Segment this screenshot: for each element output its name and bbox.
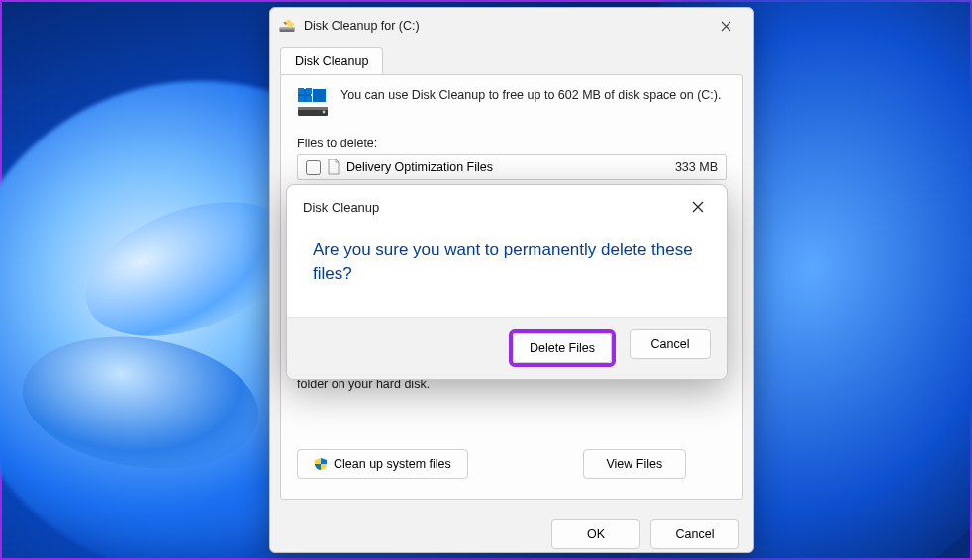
view-files-button[interactable]: View Files <box>583 449 686 479</box>
cleanup-system-files-label: Clean up system files <box>334 457 451 471</box>
files-listbox[interactable]: Delivery Optimization Files 333 MB <box>297 154 727 180</box>
titlebar[interactable]: Disk Cleanup for (C:) <box>270 8 753 44</box>
file-checkbox[interactable] <box>306 160 321 175</box>
highlight-delete: Delete Files <box>509 329 616 367</box>
svg-rect-9 <box>298 96 304 102</box>
file-name: Delivery Optimization Files <box>346 160 493 174</box>
view-files-label: View Files <box>606 457 662 471</box>
list-item[interactable]: Delivery Optimization Files 333 MB <box>298 155 726 179</box>
confirm-cancel-button[interactable]: Cancel <box>630 329 711 359</box>
svg-rect-8 <box>306 88 312 94</box>
dialog-footer: OK Cancel <box>270 510 753 559</box>
svg-rect-4 <box>313 89 326 102</box>
svg-rect-12 <box>298 107 328 110</box>
drive-icon <box>297 87 329 123</box>
confirm-dialog: Disk Cleanup Are you sure you want to pe… <box>286 184 728 380</box>
svg-rect-0 <box>280 28 295 33</box>
cleanup-system-files-button[interactable]: Clean up system files <box>297 449 468 479</box>
tab-row: Disk Cleanup <box>270 47 753 74</box>
close-icon[interactable] <box>706 12 745 40</box>
confirm-title-text: Disk Cleanup <box>303 200 379 215</box>
shield-icon <box>314 457 328 471</box>
delete-files-button[interactable]: Delete Files <box>513 333 612 363</box>
ok-button[interactable]: OK <box>551 519 640 549</box>
tab-disk-cleanup[interactable]: Disk Cleanup <box>280 47 383 74</box>
svg-rect-10 <box>306 96 312 102</box>
file-icon <box>327 159 340 175</box>
svg-rect-1 <box>280 28 295 29</box>
svg-point-13 <box>323 111 326 114</box>
window-title: Disk Cleanup for (C:) <box>304 19 420 33</box>
disk-cleanup-icon <box>278 17 296 35</box>
cancel-button[interactable]: Cancel <box>650 519 739 549</box>
close-icon[interactable] <box>683 195 713 219</box>
confirm-button-row: Delete Files Cancel <box>287 317 727 379</box>
confirm-message: Are you sure you want to permanently del… <box>287 227 727 286</box>
files-to-delete-label: Files to delete: <box>297 137 727 150</box>
svg-rect-7 <box>298 88 304 94</box>
explain-text: You can use Disk Cleanup to free up to 6… <box>340 87 721 104</box>
file-size: 333 MB <box>675 160 718 174</box>
confirm-titlebar[interactable]: Disk Cleanup <box>287 185 727 227</box>
